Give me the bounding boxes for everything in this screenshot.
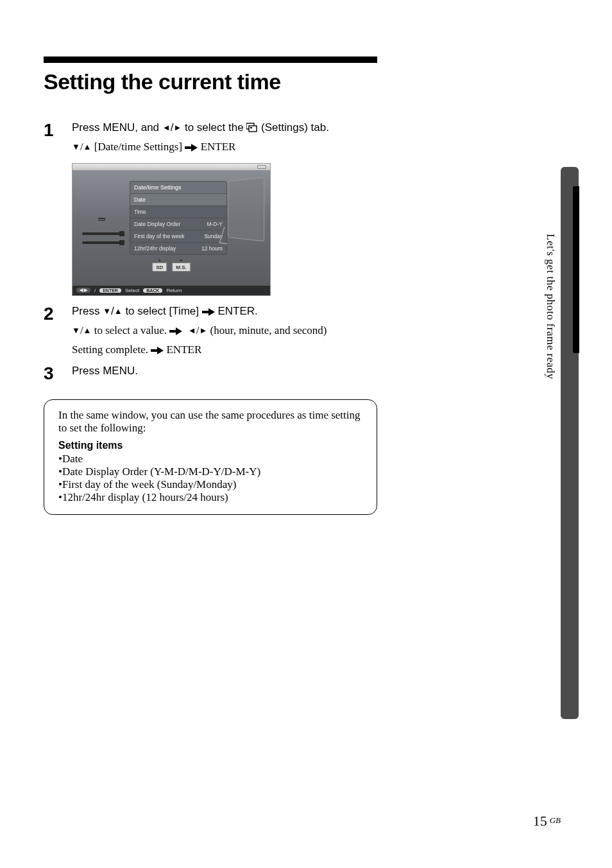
settings-menu-header: Date/time Settings	[130, 182, 226, 193]
step-1-sub-b: ENTER	[198, 141, 235, 153]
info-item: 12hr/24hr display (12 hours/24 hours)	[58, 491, 362, 504]
screenshot-hintbar: ◀ ▶ / ENTER Select BACK Return	[72, 286, 270, 295]
cable-icon	[82, 241, 121, 244]
up-arrow-icon: ▲	[83, 142, 92, 152]
hint-return: Return	[166, 288, 182, 293]
down-arrow-icon: ▼	[72, 142, 80, 152]
menu-row-date-order: Date Display OrderM-D-Y	[130, 218, 226, 230]
then-arrow-icon	[151, 347, 164, 354]
card-slots: SD M.S.	[152, 263, 191, 272]
enter-pill: ENTER	[99, 288, 121, 293]
down-arrow-icon: ▼	[72, 326, 80, 335]
step-2-number: 2	[44, 304, 72, 323]
usb-icon: ⎓	[98, 212, 105, 226]
step-1-sub-a: [Date/time Settings]	[91, 141, 185, 153]
info-item: Date	[58, 453, 362, 465]
step-2-lead-b: to select [Time]	[123, 305, 202, 317]
svg-rect-1	[249, 126, 257, 132]
cable-icon	[82, 232, 121, 235]
step-2-lead-c: ENTER.	[215, 305, 258, 317]
info-item: Date Display Order (Y-M-D/M-D-Y/D-M-Y)	[58, 465, 362, 478]
page-footer: 15GB	[533, 813, 561, 829]
section-thumb-tab	[561, 167, 579, 719]
then-arrow-icon	[185, 144, 198, 151]
step-2-sub2-a: Setting complete.	[72, 343, 151, 356]
step-2: 2 Press ▼/▲ to select [Time] ENTER. ▼/▲ …	[44, 304, 568, 358]
setting-items-box: In the same window, you can use the same…	[44, 399, 377, 515]
device-screenshot: ⎓ Date/time Settings Date Time Date Disp…	[72, 163, 271, 296]
menu-row-date: Date	[130, 193, 226, 205]
step-3-lead: Press MENU.	[72, 363, 568, 379]
back-pill: BACK	[143, 288, 162, 293]
step-3: 3 Press MENU.	[44, 363, 568, 383]
left-arrow-icon: ◄	[162, 123, 171, 132]
section-thumb-notch	[573, 186, 579, 353]
step-1-lead-c: (Settings) tab.	[258, 121, 329, 134]
step-2-sub1-a: to select a value.	[91, 324, 169, 336]
step-2-lead: Press ▼/▲ to select [Time] ENTER.	[72, 304, 568, 320]
step-3-number: 3	[44, 363, 72, 383]
ms-slot-icon: M.S.	[172, 263, 190, 272]
up-arrow-icon: ▲	[83, 326, 92, 335]
up-arrow-icon: ▲	[114, 306, 123, 316]
step-2-sub2: Setting complete. ENTER	[72, 342, 568, 358]
down-arrow-icon: ▼	[103, 306, 111, 316]
page-region: GB	[550, 815, 561, 825]
screenshot-topbar	[72, 164, 270, 170]
menu-row-time: Time	[130, 205, 226, 218]
nav-pill: ◀ ▶	[76, 288, 90, 293]
step-2-sub1: ▼/▲ to select a value. ◄/► (hour, minute…	[72, 322, 568, 339]
menu-row-first-day: First day of the weekSunday	[130, 230, 226, 242]
info-list: Date Date Display Order (Y-M-D/M-D-Y/D-M…	[58, 453, 362, 504]
step-1: 1 Press MENU, and ◄/► to select the (Set…	[44, 120, 568, 155]
settings-menu: Date/time Settings Date Time Date Displa…	[130, 182, 226, 254]
step-1-sub: ▼/▲ [Date/time Settings] ENTER	[72, 139, 568, 155]
screenshot-left-ports: ⎓	[72, 170, 130, 286]
step-1-lead-b: to select the	[182, 121, 246, 134]
right-arrow-icon: ►	[173, 123, 182, 132]
then-arrow-icon	[202, 309, 215, 315]
step-2-sub1-b: (hour, minute, and second)	[207, 324, 327, 336]
hint-select: Select	[125, 288, 139, 293]
info-item: First day of the week (Sunday/Monday)	[58, 478, 362, 491]
info-intro: In the same window, you can use the same…	[58, 409, 362, 435]
photoframe-outline-icon	[228, 177, 264, 241]
sd-slot-icon: SD	[152, 263, 167, 272]
left-arrow-icon: ◄	[188, 326, 196, 335]
right-arrow-icon: ►	[199, 326, 207, 335]
svg-rect-2	[250, 127, 252, 128]
step-1-lead: Press MENU, and ◄/► to select the (Setti…	[72, 120, 568, 136]
step-1-lead-a: Press MENU, and	[72, 121, 162, 134]
page-number: 15	[533, 813, 547, 829]
hint-slash: /	[94, 288, 96, 293]
step-2-lead-a: Press	[72, 305, 103, 317]
then-arrow-icon	[169, 328, 182, 334]
settings-tab-icon	[246, 121, 258, 132]
step-1-number: 1	[44, 120, 72, 139]
title-rule-block: Setting the current time	[44, 56, 377, 94]
section-tab-label: Let's get the photo frame ready	[544, 234, 557, 379]
battery-icon	[257, 165, 266, 169]
page-title: Setting the current time	[44, 69, 377, 94]
menu-row-12-24: 12hr/24hr display12 hours	[130, 242, 226, 254]
step-2-sub2-b: ENTER	[164, 343, 201, 356]
info-heading: Setting items	[58, 440, 362, 451]
